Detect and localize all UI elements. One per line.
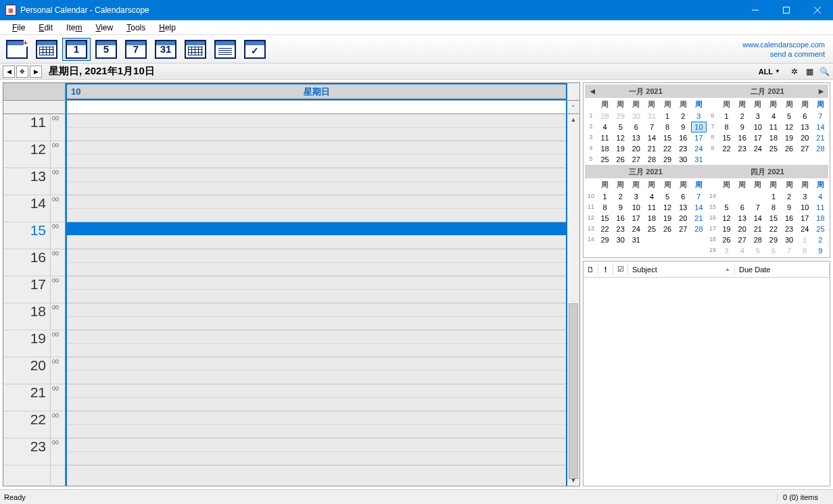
mini-cal-day[interactable]: 1 bbox=[597, 191, 613, 202]
mini-cal-day[interactable]: 6 bbox=[797, 111, 813, 122]
mini-cal-day[interactable]: 1 bbox=[660, 111, 675, 122]
mini-cal-day[interactable]: 25 bbox=[644, 224, 659, 234]
mini-cal-day[interactable]: 7 bbox=[813, 111, 828, 122]
mini-cal-day[interactable]: 12 bbox=[660, 202, 675, 213]
time-slot[interactable] bbox=[67, 303, 566, 317]
mini-cal-day[interactable]: 28 bbox=[813, 143, 828, 154]
mini-cal-day[interactable]: 26 bbox=[613, 154, 628, 165]
scroll-thumb[interactable] bbox=[569, 303, 578, 479]
task-col-priority-icon[interactable]: ! bbox=[598, 263, 613, 276]
mini-cal-day[interactable]: 29 bbox=[613, 111, 628, 122]
mini-cal-day[interactable]: 15 bbox=[597, 213, 613, 224]
mini-cal-day[interactable]: 16 bbox=[782, 213, 797, 224]
mini-cal-day[interactable]: 17 bbox=[628, 213, 644, 224]
nav-next[interactable]: ▶ bbox=[30, 66, 42, 78]
mini-cal-day[interactable]: 16 bbox=[734, 132, 750, 143]
task-col-type-icon[interactable]: 🗋 bbox=[584, 263, 598, 276]
mini-cal-day[interactable]: 29 bbox=[765, 234, 781, 245]
mini-cal-day[interactable]: 18 bbox=[644, 213, 659, 224]
mini-cal-day[interactable]: 14 bbox=[813, 122, 828, 132]
mini-cal-day[interactable]: 30 bbox=[613, 234, 628, 245]
mini-cal-day[interactable]: 31 bbox=[691, 154, 707, 165]
tb-new-event[interactable] bbox=[3, 38, 31, 61]
mini-cal-day[interactable]: 2 bbox=[675, 111, 691, 122]
mini-cal-day[interactable]: 21 bbox=[813, 132, 828, 143]
mini-cal-day[interactable]: 22 bbox=[765, 224, 781, 234]
search-icon[interactable]: 🔍 bbox=[818, 66, 830, 78]
mini-cal-day[interactable]: 9 bbox=[813, 245, 828, 256]
mini-cal-day[interactable]: 24 bbox=[628, 224, 644, 234]
mini-cal-day[interactable]: 9 bbox=[613, 202, 628, 213]
menu-view[interactable]: View bbox=[89, 22, 120, 34]
mini-cal-day[interactable]: 24 bbox=[797, 224, 813, 234]
mini-cal-day[interactable]: 28 bbox=[644, 154, 659, 165]
mini-cal-day[interactable]: 10 bbox=[628, 202, 644, 213]
task-col-due[interactable]: Due Date bbox=[735, 263, 830, 276]
mini-cal-day[interactable]: 24 bbox=[750, 143, 765, 154]
mini-cal-day[interactable]: 28 bbox=[597, 111, 613, 122]
mini-cal-day[interactable]: 9 bbox=[782, 202, 797, 213]
mini-cal-day[interactable]: 3 bbox=[797, 191, 813, 202]
time-slot[interactable] bbox=[67, 371, 566, 384]
time-slot[interactable] bbox=[67, 182, 566, 195]
menu-help[interactable]: Help bbox=[152, 22, 183, 34]
nav-goto[interactable]: ✥ bbox=[16, 66, 28, 78]
mini-cal-day[interactable]: 19 bbox=[782, 132, 797, 143]
tb-week-view[interactable]: 7 bbox=[122, 38, 150, 61]
mini-cal-day[interactable]: 26 bbox=[782, 143, 797, 154]
mini-cal-day[interactable]: 29 bbox=[660, 154, 675, 165]
menu-item[interactable]: Item bbox=[60, 22, 89, 34]
mini-cal-day[interactable]: 20 bbox=[675, 213, 691, 224]
time-slot[interactable] bbox=[67, 384, 566, 398]
mini-cal-day[interactable]: 4 bbox=[813, 191, 828, 202]
close-button[interactable] bbox=[802, 0, 833, 20]
link-feedback[interactable]: send a comment bbox=[742, 49, 825, 59]
mini-cal-day[interactable]: 19 bbox=[719, 224, 734, 234]
time-slot[interactable] bbox=[67, 155, 566, 168]
mini-cal-day[interactable]: 14 bbox=[644, 132, 659, 143]
mini-cal-day[interactable]: 5 bbox=[750, 245, 765, 256]
mini-cal-day[interactable]: 15 bbox=[660, 132, 675, 143]
mini-cal-day[interactable]: 3 bbox=[719, 245, 734, 256]
menu-edit[interactable]: Edit bbox=[32, 22, 60, 34]
mini-cal-day[interactable]: 19 bbox=[660, 213, 675, 224]
mini-cal-day[interactable]: 25 bbox=[765, 143, 781, 154]
time-slot[interactable] bbox=[67, 452, 566, 465]
nav-prev[interactable]: ◀ bbox=[3, 66, 15, 78]
mini-cal-day[interactable]: 23 bbox=[734, 143, 750, 154]
mini-cal-day[interactable]: 3 bbox=[628, 191, 644, 202]
mini-cal-day[interactable]: 2 bbox=[782, 191, 797, 202]
mini-cal-day[interactable]: 30 bbox=[628, 111, 644, 122]
mini-cal-day[interactable]: 5 bbox=[660, 191, 675, 202]
time-slot[interactable] bbox=[67, 438, 566, 452]
mini-cal-day[interactable]: 11 bbox=[597, 132, 613, 143]
mini-cal-day[interactable]: 13 bbox=[628, 132, 644, 143]
mini-cal-day[interactable]: 31 bbox=[628, 234, 644, 245]
mini-cal-day[interactable]: 23 bbox=[675, 143, 691, 154]
mini-cal-day[interactable]: 14 bbox=[691, 202, 707, 213]
mini-cal-day[interactable]: 31 bbox=[644, 111, 659, 122]
allday-row[interactable]: ⌃ bbox=[3, 101, 579, 114]
mini-cal-day[interactable]: 25 bbox=[597, 154, 613, 165]
menu-tools[interactable]: Tools bbox=[120, 22, 152, 34]
day-column-header[interactable]: 10 星期日 bbox=[66, 83, 567, 100]
mini-cal-day[interactable]: 22 bbox=[719, 143, 734, 154]
mini-cal-day[interactable]: 4 bbox=[765, 111, 781, 122]
time-slot[interactable] bbox=[67, 290, 566, 303]
mini-cal-day[interactable]: 15 bbox=[765, 213, 781, 224]
mini-cal-day[interactable]: 5 bbox=[782, 111, 797, 122]
mini-cal-day[interactable]: 13 bbox=[734, 213, 750, 224]
tb-tasks-view[interactable] bbox=[241, 38, 269, 61]
time-slot[interactable] bbox=[67, 168, 566, 182]
mini-cal-day[interactable]: 9 bbox=[675, 122, 691, 132]
mini-cal-day[interactable]: 20 bbox=[797, 132, 813, 143]
time-slot[interactable] bbox=[67, 398, 566, 411]
time-slot[interactable] bbox=[67, 425, 566, 438]
mini-cal-day[interactable]: 10 bbox=[691, 122, 707, 132]
mini-cal-day[interactable]: 25 bbox=[813, 224, 828, 234]
time-slot[interactable] bbox=[67, 263, 566, 276]
settings-icon[interactable]: ✲ bbox=[788, 66, 801, 78]
tb-workweek-view[interactable]: 5 bbox=[92, 38, 120, 61]
mini-cal-day[interactable]: 12 bbox=[719, 213, 734, 224]
time-slot[interactable] bbox=[67, 249, 566, 263]
